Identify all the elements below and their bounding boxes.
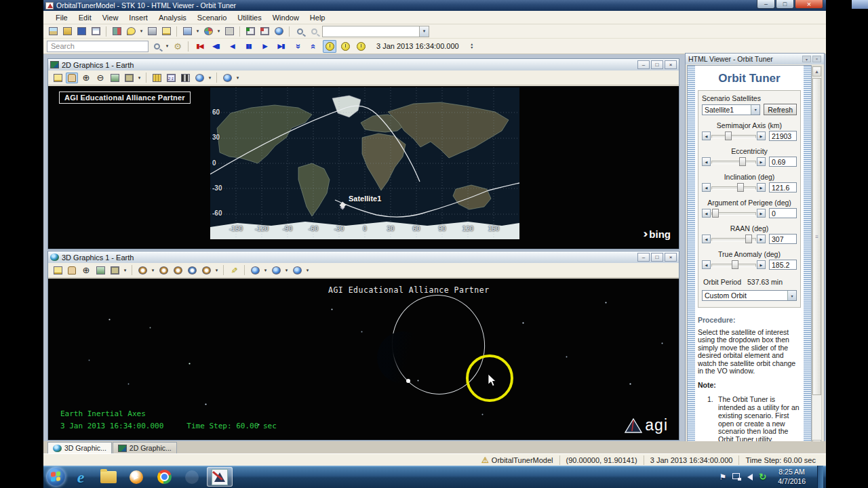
zoom-in-icon[interactable]: ⊕ — [80, 73, 92, 83]
3d-overflow2-icon[interactable]: ▾ — [263, 268, 268, 273]
menu-window[interactable]: Window — [267, 12, 304, 23]
object-combo[interactable]: ▾ — [322, 26, 429, 37]
film-views-icon[interactable] — [179, 73, 191, 83]
2d-overflow3-icon[interactable]: ▾ — [235, 75, 240, 81]
maximize-button[interactable]: □ — [776, 0, 794, 9]
panel-close-button[interactable]: × — [812, 56, 821, 62]
snapshot-icon[interactable] — [223, 26, 235, 37]
notes-icon[interactable] — [52, 265, 64, 276]
pin-dropdown-icon[interactable]: ▾ — [139, 28, 144, 34]
slider-right-icon[interactable]: ▶ — [757, 183, 766, 192]
copy-dropdown-icon[interactable]: ▾ — [195, 28, 200, 34]
ruler-icon[interactable] — [151, 73, 163, 83]
volume-icon[interactable] — [747, 474, 753, 481]
slider-left-icon[interactable]: ◀ — [702, 235, 711, 243]
minimize-button[interactable]: – — [757, 0, 775, 9]
panel-title-bar[interactable]: HTML Viewer - Orbit Tuner ▾ × — [686, 54, 824, 64]
styles-dropdown-icon[interactable]: ▾ — [216, 28, 221, 34]
tab-2d-graphics[interactable]: 2D Graphic... — [113, 442, 177, 453]
menu-help[interactable]: Help — [304, 12, 331, 23]
pan-hand-icon[interactable] — [66, 73, 78, 83]
view-reset-icon[interactable] — [172, 265, 184, 276]
combo-dropdown-icon[interactable]: ▾ — [419, 26, 429, 37]
search-input[interactable]: Search — [47, 41, 149, 52]
slider-thumb[interactable] — [712, 209, 719, 218]
slider-right-icon[interactable]: ▶ — [757, 209, 766, 218]
true-anomaly-slider[interactable]: ◀ ▶ 185.2 — [702, 260, 797, 270]
slider-left-icon[interactable]: ◀ — [702, 260, 711, 269]
3d-scene-view[interactable]: AGI Educational Alliance Partner Earth I… — [48, 279, 679, 440]
taskbar-internet-explorer[interactable]: e — [68, 467, 94, 487]
earth-globe[interactable] — [377, 331, 429, 384]
menu-analysis[interactable]: Analysis — [153, 12, 192, 23]
link-central-icon[interactable] — [258, 26, 271, 37]
step-back-button[interactable]: ◀▮ — [209, 40, 223, 52]
view-down-icon[interactable] — [186, 265, 198, 276]
pause-button[interactable]: ▮▮ — [241, 40, 256, 52]
raan-slider[interactable]: ◀ ▶ 307 — [702, 234, 797, 244]
globe-options-icon[interactable] — [193, 73, 205, 83]
scroll-up-icon[interactable]: ▲ — [812, 66, 821, 77]
menu-scenario[interactable]: Scenario — [192, 12, 232, 23]
pencil-edit-icon[interactable]: ✎ — [228, 265, 240, 276]
semimajor-axis-value[interactable]: 21903 — [769, 131, 797, 141]
taskbar-background-app[interactable] — [179, 467, 205, 487]
search-dropdown-icon[interactable]: ▾ — [165, 43, 170, 49]
refresh-globe-icon[interactable] — [273, 26, 285, 37]
menu-insert[interactable]: Insert — [123, 12, 153, 23]
slider-thumb[interactable] — [739, 157, 746, 166]
decrease-step-button[interactable]: « — [290, 40, 304, 52]
report-table-icon[interactable] — [90, 26, 102, 37]
satellite-marker-3d[interactable] — [406, 379, 410, 383]
tab-3d-graphics[interactable]: 3D Graphic... — [47, 442, 112, 453]
show-desktop-button[interactable] — [817, 466, 823, 488]
3d-maximize-button[interactable]: □ — [651, 253, 663, 262]
play-button[interactable]: ▶ — [258, 40, 272, 52]
arg-perigee-slider[interactable]: ◀ ▶ 0 — [702, 208, 797, 218]
2d-close-button[interactable]: × — [665, 60, 677, 69]
slider-right-icon[interactable]: ▶ — [757, 157, 766, 166]
eccentricity-slider[interactable]: ◀ ▶ 0.69 — [702, 157, 797, 167]
record-movie-icon[interactable] — [123, 73, 135, 83]
taskbar-stk-active[interactable] — [207, 467, 233, 487]
slider-thumb[interactable] — [732, 260, 738, 269]
clock-realtime-icon[interactable] — [323, 40, 336, 53]
start-button[interactable] — [46, 467, 66, 487]
slider-right-icon[interactable]: ▶ — [757, 235, 766, 243]
styles-palette-icon[interactable] — [202, 26, 214, 37]
true-anomaly-value[interactable]: 185.2 — [769, 260, 797, 270]
taskbar-chrome[interactable] — [151, 467, 177, 487]
refresh-button[interactable]: Refresh — [764, 104, 797, 115]
taskbar-media-player[interactable]: ▶ — [123, 467, 149, 487]
step-forward-button[interactable]: ▶▮ — [274, 40, 288, 52]
3d-overflow3-icon[interactable]: ▾ — [284, 268, 289, 273]
menu-view[interactable]: View — [97, 12, 124, 23]
view-from-icon[interactable] — [136, 265, 149, 276]
arg-perigee-value[interactable]: 0 — [769, 208, 797, 218]
slider-right-icon[interactable]: ▶ — [757, 260, 766, 269]
pan-hand-icon[interactable] — [66, 265, 78, 276]
world-map[interactable]: 60 30 0 -30 -60 -150 -120 -90 -60 -30 0 … — [210, 87, 519, 239]
zoom-2to1-icon[interactable]: 2:1 — [165, 73, 177, 83]
globe-layers-icon[interactable] — [270, 265, 282, 276]
notes-icon[interactable] — [52, 73, 64, 83]
panel-pin-button[interactable]: ▾ — [802, 56, 811, 62]
3d-title-bar[interactable]: 3D Graphics 1 - Earth – □ × — [48, 251, 679, 263]
taskbar-clock[interactable]: 8:25 AM 4/7/2016 — [772, 468, 811, 485]
satellite-select[interactable]: Satellite1 ▾ — [702, 104, 760, 115]
sync-scenario-icon[interactable] — [291, 265, 303, 276]
raan-value[interactable]: 307 — [769, 234, 797, 244]
2d-maximize-button[interactable]: □ — [651, 60, 663, 69]
sync-scenario-icon[interactable] — [221, 73, 233, 83]
slider-thumb[interactable] — [725, 131, 732, 140]
place-pin-icon[interactable] — [125, 26, 137, 37]
link-objects-icon[interactable] — [244, 26, 256, 37]
3d-overflow-icon[interactable]: ▾ — [123, 268, 127, 273]
taskbar-file-explorer[interactable] — [96, 467, 121, 487]
slider-left-icon[interactable]: ◀ — [702, 157, 711, 166]
clock-time-icon[interactable] — [354, 40, 368, 53]
find-icon[interactable] — [294, 26, 306, 37]
2d-minimize-button[interactable]: – — [637, 60, 650, 69]
inclination-slider[interactable]: ◀ ▶ 121.6 — [702, 182, 797, 192]
insert-object-icon[interactable] — [111, 26, 123, 37]
